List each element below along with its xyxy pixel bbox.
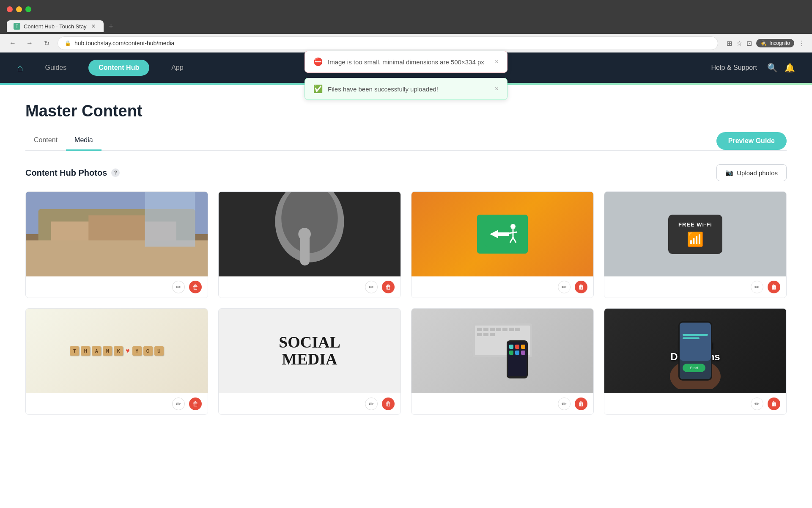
edit-photo-1-button[interactable]: ✏ <box>172 281 185 293</box>
address-bar: ← → ↻ 🔒 hub.touchstay.com/content-hub/me… <box>0 34 812 52</box>
minimize-window-button[interactable] <box>16 6 22 12</box>
error-message: Image is too small, minimal dimensions a… <box>328 58 484 66</box>
svg-rect-47 <box>683 337 700 339</box>
forward-button[interactable]: → <box>24 37 36 49</box>
header-icons: 🔍 🔔 <box>767 63 795 73</box>
success-close-button[interactable]: × <box>495 85 499 93</box>
photo-actions-8: ✏ 🗑 <box>604 393 786 414</box>
url-bar[interactable]: 🔒 hub.touchstay.com/content-hub/media <box>58 36 718 50</box>
tab-favicon: T <box>14 23 20 30</box>
svg-rect-31 <box>490 333 495 336</box>
svg-rect-45 <box>680 323 711 361</box>
preview-guide-button[interactable]: Preview Guide <box>716 132 787 150</box>
section-help-icon[interactable]: ? <box>111 168 120 177</box>
photo-image-2 <box>219 192 401 276</box>
edit-photo-6-button[interactable]: ✏ <box>365 398 378 410</box>
cast-icon[interactable]: ⊞ <box>727 39 732 47</box>
lock-icon: 🔒 <box>65 40 71 46</box>
refresh-button[interactable]: ↻ <box>41 37 52 49</box>
delete-photo-5-button[interactable]: 🗑 <box>189 398 202 410</box>
photo-actions-6: ✏ 🗑 <box>219 393 401 414</box>
svg-rect-22 <box>477 328 482 331</box>
edit-photo-2-button[interactable]: ✏ <box>365 281 378 293</box>
photo-actions-7: ✏ 🗑 <box>411 393 593 414</box>
tab-close-button[interactable]: ✕ <box>90 23 97 30</box>
edit-photo-4-button[interactable]: ✏ <box>751 281 763 293</box>
search-icon[interactable]: 🔍 <box>767 63 778 73</box>
edit-photo-3-button[interactable]: ✏ <box>558 281 571 293</box>
alerts-container: ⛔ Image is too small, minimal dimensions… <box>304 51 508 100</box>
delete-photo-3-button[interactable]: 🗑 <box>575 281 587 293</box>
photo-card-8: Start DrivingDirections ✏ 🗑 <box>604 308 787 415</box>
back-button[interactable]: ← <box>7 37 19 49</box>
nav-guides[interactable]: Guides <box>40 61 72 75</box>
tab-content[interactable]: Content <box>25 132 66 151</box>
edit-photo-5-button[interactable]: ✏ <box>172 398 185 410</box>
notifications-icon[interactable]: 🔔 <box>785 63 795 73</box>
photo-image-7 <box>411 309 593 393</box>
delete-photo-2-button[interactable]: 🗑 <box>382 281 395 293</box>
extensions-icon[interactable]: ⊡ <box>746 39 752 47</box>
maximize-window-button[interactable] <box>25 6 31 12</box>
close-window-button[interactable] <box>7 6 13 12</box>
active-tab[interactable]: T Content Hub - Touch Stay ✕ <box>7 20 104 32</box>
tabs-container: Content Media Preview Guide <box>25 132 787 151</box>
success-message: Files have been successfully uploaded! <box>328 86 438 93</box>
tab-bar: T Content Hub - Touch Stay ✕ + <box>0 19 812 34</box>
nav-content-hub[interactable]: Content Hub <box>88 60 149 76</box>
svg-rect-30 <box>483 333 488 336</box>
photo-actions-3: ✏ 🗑 <box>411 276 593 298</box>
svg-rect-23 <box>483 328 488 331</box>
svg-rect-7 <box>145 192 195 247</box>
svg-point-12 <box>298 228 311 240</box>
url-text: hub.touchstay.com/content-hub/media <box>74 40 174 47</box>
home-button[interactable]: ⌂ <box>17 62 23 74</box>
incognito-badge: 🕵 Incognito <box>756 39 794 47</box>
titlebar <box>0 0 812 19</box>
error-close-button[interactable]: × <box>495 58 499 66</box>
bookmark-icon[interactable]: ☆ <box>736 39 742 47</box>
delete-photo-1-button[interactable]: 🗑 <box>189 281 202 293</box>
photo-card-5: .letter-tile{width:22px;height:22px;back… <box>25 308 208 415</box>
tab-right: Preview Guide <box>716 132 787 150</box>
header-right: Help & Support 🔍 🔔 <box>711 63 795 73</box>
photo-image-6: SOCIALMEDIA <box>219 309 401 393</box>
error-icon: ⛔ <box>313 57 323 66</box>
edit-photo-8-button[interactable]: ✏ <box>751 398 763 410</box>
svg-text:Start: Start <box>690 366 698 370</box>
delete-photo-8-button[interactable]: 🗑 <box>768 398 780 410</box>
delete-photo-7-button[interactable]: 🗑 <box>575 398 587 410</box>
help-support-link[interactable]: Help & Support <box>711 64 757 72</box>
incognito-icon: 🕵 <box>760 40 767 46</box>
wifi-label: FREE Wi-Fi <box>678 221 712 228</box>
nav-app[interactable]: App <box>166 61 188 75</box>
new-tab-button[interactable]: + <box>105 20 117 32</box>
svg-rect-36 <box>515 345 519 349</box>
svg-rect-46 <box>683 334 708 336</box>
upload-photos-button[interactable]: 📷 Upload photos <box>716 164 787 181</box>
svg-rect-25 <box>496 328 501 331</box>
tab-media[interactable]: Media <box>66 132 102 151</box>
section-title-group: Content Hub Photos ? <box>25 168 120 178</box>
section-title-text: Content Hub Photos <box>25 168 107 178</box>
tab-title: Content Hub - Touch Stay <box>24 23 87 30</box>
photo-image-1 <box>26 192 208 276</box>
photo-card-4: FREE Wi-Fi 📶 ✏ 🗑 <box>604 191 787 298</box>
delete-photo-6-button[interactable]: 🗑 <box>382 398 395 410</box>
delete-photo-4-button[interactable]: 🗑 <box>768 281 780 293</box>
svg-rect-38 <box>509 351 513 355</box>
svg-rect-28 <box>515 328 520 331</box>
upload-photos-label: Upload photos <box>737 169 778 177</box>
photo-card-2: ✏ 🗑 <box>218 191 401 298</box>
edit-photo-7-button[interactable]: ✏ <box>558 398 571 410</box>
svg-point-15 <box>510 224 516 229</box>
error-alert: ⛔ Image is too small, minimal dimensions… <box>304 51 508 73</box>
browser-menu-button[interactable]: ⋮ <box>798 39 805 47</box>
photo-image-4: FREE Wi-Fi 📶 <box>604 192 786 276</box>
photo-actions-1: ✏ 🗑 <box>26 276 208 298</box>
photo-image-5: .letter-tile{width:22px;height:22px;back… <box>26 309 208 393</box>
photo-card-7: ✏ 🗑 <box>411 308 594 415</box>
section-header: Content Hub Photos ? 📷 Upload photos <box>25 164 787 181</box>
photo-card-3: ✏ 🗑 <box>411 191 594 298</box>
svg-rect-39 <box>515 351 519 355</box>
